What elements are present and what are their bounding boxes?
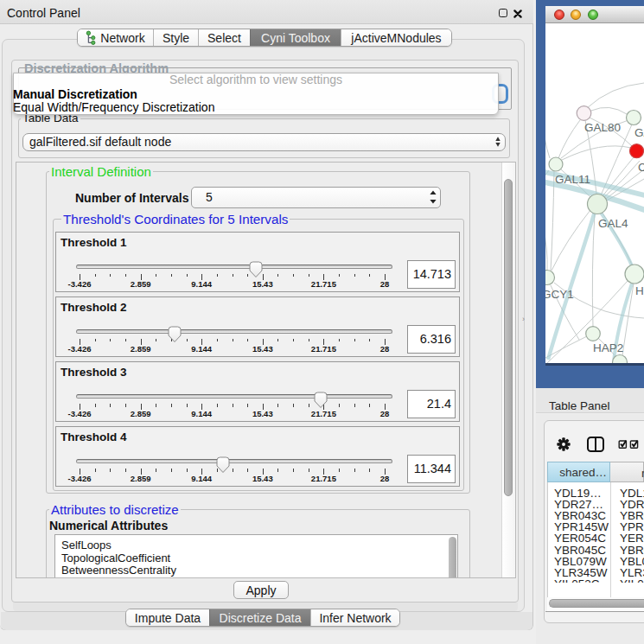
svg-text:GCY1: GCY1: [545, 288, 574, 301]
svg-text:GA: GA: [634, 126, 644, 139]
svg-text:GAL80: GAL80: [584, 121, 621, 134]
svg-text:GAL4: GAL4: [598, 217, 628, 230]
svg-text:GAL11: GAL11: [555, 173, 590, 186]
svg-text:HAP2: HAP2: [593, 341, 623, 354]
svg-text:H: H: [635, 284, 644, 297]
svg-text:C: C: [638, 161, 644, 174]
